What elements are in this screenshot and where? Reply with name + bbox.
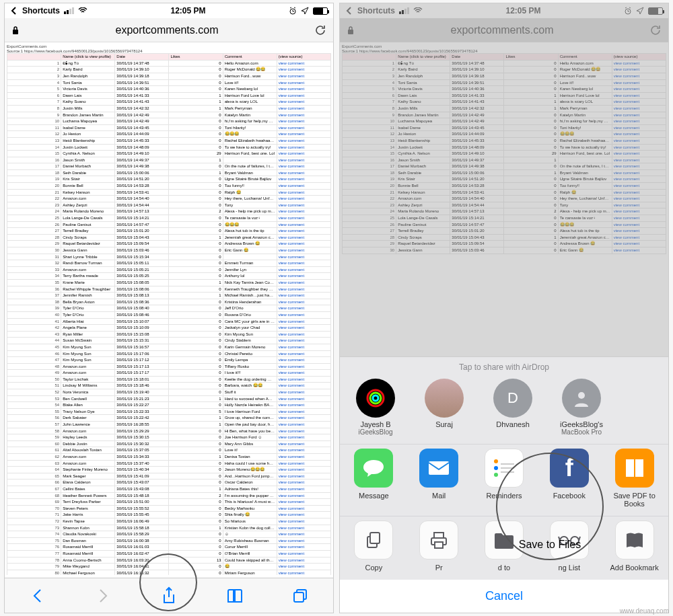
action-label: d to <box>477 564 532 572</box>
share-action-glasses[interactable]: ng List <box>542 521 596 572</box>
share-app-fb[interactable]: fFacebook <box>542 449 596 508</box>
bookmarks-button[interactable] <box>221 582 248 609</box>
airdrop-target[interactable]: iGeeksBlog'sMacBook Pro <box>553 379 610 436</box>
table-row: 44Susan McSwain30/01/19 15:15:310Cindy S… <box>7 338 331 344</box>
table-row: 76Rosamaid Merrill30/01/19 16:01:030Cono… <box>7 544 331 551</box>
back-label[interactable]: Shortcuts <box>22 6 60 15</box>
table-row: 47Kim Myung Sun30/01/19 15:17:120Emily L… <box>7 357 331 364</box>
airdrop-target[interactable]: Jayesh BiGeeksBlog <box>347 379 404 436</box>
table-row: 75Dan Bosman30/01/19 16:00:380Amy Robish… <box>7 537 331 544</box>
svg-rect-12 <box>434 533 444 538</box>
url-bar[interactable]: exportcomments.com <box>5 18 333 42</box>
table-row: 28Cindy Scraps30/01/19 15:04:431Jeremiah… <box>7 234 331 241</box>
airdrop-target[interactable]: DDhvanesh <box>484 379 542 436</box>
table-row: 38Bella Bryan Axton30/01/19 15:08:360Kri… <box>7 299 331 305</box>
table-row: 65Mark Seager30/01/19 15:41:090And...Har… <box>7 473 331 479</box>
table-row: 3Jen Randolph30/01/19 14:39:180Harrison … <box>7 73 331 79</box>
page-content[interactable]: ExportComments.com Source:1 https://www.… <box>5 42 333 575</box>
table-row: 63Amazon.com30/01/19 15:37:400Haha could… <box>7 460 331 467</box>
app-label: Reminders <box>477 492 532 500</box>
app-label: Save PDF to Books <box>607 492 662 508</box>
table-row: 60Debbie Justin30/01/19 15:30:320Mary An… <box>7 440 331 447</box>
table-row: 32Randi Barrow Turman30/01/19 15:05:110E… <box>7 260 331 267</box>
airdrop-row: Jayesh BiGeeksBlogSurajDDhvaneshiGeeksBl… <box>340 375 668 445</box>
svg-rect-14 <box>435 542 443 548</box>
svg-point-8 <box>578 392 585 399</box>
table-row: 31Shari Lynne Tribble30/01/19 15:15:340v… <box>7 254 331 260</box>
tabs-button[interactable] <box>287 582 314 609</box>
table-row: 7Kathy Suano30/01/19 14:41:431alexa is s… <box>7 99 331 106</box>
table-row: 20Bonnie Bell30/01/19 14:53:280Too funny… <box>7 183 331 190</box>
airdrop-name: Jayesh B <box>347 420 404 428</box>
table-row: 73Shannon Kobn30/01/19 15:58:181Kristian… <box>7 525 331 531</box>
share-action-book[interactable]: Add Bookmark <box>607 521 662 572</box>
table-row: 39Tyler D'Orio30/01/19 15:08:400Jeff D'O… <box>7 305 331 312</box>
app-label: Message <box>347 492 401 500</box>
table-row: 80Michael Ferguson30/01/19 16:16:320Miri… <box>7 570 331 575</box>
table-row: 62Amazon.com30/01/19 15:34:331Denisa Tos… <box>7 454 331 461</box>
airdrop-header: Tap to share with AirDrop <box>340 357 668 375</box>
share-action-copy[interactable]: Copy <box>347 521 401 572</box>
table-row: 26Pauline Genisot30/01/19 14:57:470😂😂😂vi… <box>7 221 331 228</box>
table-row: 41Alberta Hiat30/01/19 15:10:070Cara MC … <box>7 318 331 325</box>
table-row: 35Krane Marie30/01/19 15:08:051Nick Kay … <box>7 279 331 286</box>
table-row: 50Taylor Lischak30/01/19 15:18:010Keelie… <box>7 376 331 383</box>
table-row: 36Rachel Whipple Traughber30/01/19 15:08… <box>7 286 331 293</box>
table-row: 22Amazon.com30/01/19 14:54:400Hey there,… <box>7 196 331 202</box>
table-row: 1Đặng Tú30/01/19 14:37:480Hello Amazon.c… <box>7 60 331 67</box>
share-button[interactable] <box>155 582 182 609</box>
airdrop-target[interactable]: Suraj <box>415 379 473 436</box>
time: 12:05 PM <box>170 6 205 15</box>
table-row: 25Lola Lange-De Casals30/01/19 15:14:210… <box>7 215 331 222</box>
table-row: 55Tracy Nelson Dye30/01/19 15:22:335I lo… <box>7 408 331 415</box>
table-row: 16Jason Smith30/01/19 14:49:371view comm… <box>7 157 331 163</box>
table-row: 79Mike Weygand30/01/19 16:04:310😂view co… <box>7 564 331 570</box>
wifi-icon <box>78 7 87 14</box>
table-row: 52Nora Veronica30/01/19 15:19:400Stuff i… <box>7 389 331 396</box>
actions-row: CopyPrd tong ListAdd Bookmark <box>340 516 668 580</box>
table-row: 14Justin Lockett30/01/19 14:48:090To we … <box>7 144 331 151</box>
apps-row: MessageMailRemindersfFacebookSave PDF to… <box>340 445 668 516</box>
table-row: 8Justin Mills30/01/19 14:42:321Mark Perr… <box>7 105 331 112</box>
svg-rect-11 <box>370 533 380 543</box>
table-row: 33Amazon.com30/01/19 15:05:210Jennifer L… <box>7 266 331 273</box>
table-row: 59Hayley Leeds30/01/19 15:30:150Joe Harr… <box>7 434 331 441</box>
source-line: Source:1 https://www.facebook.com/946500… <box>7 49 331 54</box>
battery-icon <box>313 7 328 15</box>
table-row: 34Terry Bartha meade30/01/19 15:05:250An… <box>7 273 331 280</box>
reload-icon[interactable] <box>314 24 326 36</box>
table-row: 77Rosamaid Merrill30/01/19 16:02:470O'Br… <box>7 550 331 557</box>
phone-right: Shortcuts 12:05 PM exportcomments.com Ex… <box>339 3 669 613</box>
share-action-save[interactable]: d to <box>477 521 532 572</box>
table-row: 49Amazon.com30/01/19 15:17:170I love it!… <box>7 370 331 377</box>
table-row: 23Ashley Zerpzi30/01/19 14:54:440Tonyvie… <box>7 202 331 208</box>
share-app-msg[interactable]: Message <box>347 449 401 508</box>
share-action-print[interactable]: Pr <box>412 521 466 572</box>
airdrop-name: Dhvanesh <box>484 420 542 428</box>
table-row: 70Steven Peters30/01/19 15:55:520Becky M… <box>7 505 331 512</box>
table-row: 64Stephanie Finley Moreno30/01/19 15:40:… <box>7 467 331 473</box>
table-row: 66Elana Calderon30/01/19 15:43:070Oscar … <box>7 479 331 486</box>
table-row: 46Kim Myung Sun30/01/19 15:17:060Christa… <box>7 350 331 357</box>
export-title: ExportComments.com <box>7 44 331 49</box>
app-label: Facebook <box>542 492 596 500</box>
table-row: 2Karly Baird30/01/19 14:39:100Roger McDo… <box>7 67 331 73</box>
table-row: 4Toni Santa30/01/19 14:39:510Love it!!vi… <box>7 79 331 86</box>
svg-point-16 <box>571 537 579 545</box>
url-host: exportcomments.com <box>26 24 308 36</box>
app-label: Mail <box>412 492 466 500</box>
table-row: 30Jessica Gann30/01/19 15:03:460Eric Gan… <box>7 247 331 254</box>
table-row: 37Jennifer Ramish30/01/19 15:08:131Micha… <box>7 293 331 299</box>
table-row: 10Luchama Mapoyea30/01/19 14:42:490hi,i'… <box>7 118 331 125</box>
table-row: 48Amazon.com30/01/19 15:17:130Tiffany Ro… <box>7 363 331 370</box>
svg-point-7 <box>373 395 378 401</box>
svg-rect-1 <box>13 30 18 34</box>
table-row: 72Kevin Tapse30/01/19 16:06:490So hilari… <box>7 518 331 525</box>
forward-button <box>90 582 116 609</box>
share-app-rem[interactable]: Reminders <box>477 449 532 508</box>
comments-table: Name (click to view profile) Date Likes … <box>7 53 331 575</box>
back-button[interactable] <box>24 582 51 609</box>
share-app-mail[interactable]: Mail <box>412 449 466 508</box>
share-app-pdf[interactable]: Save PDF to Books <box>607 449 662 508</box>
table-row: 57John Lawrence30/01/19 16:28:551Open th… <box>7 422 331 428</box>
